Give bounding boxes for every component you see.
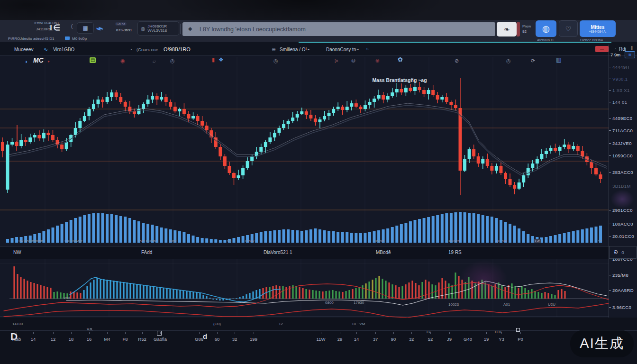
macd-value-label: ~vnX. [62,296,72,300]
volume-overlay-label: Tber Dunste [137,239,157,243]
time-tick [254,332,254,334]
price-axis-label: 283ACC0 [612,170,633,175]
time-tick [53,332,54,334]
chart-annotation: Mass Brantlatsgñg ~ag [359,77,440,83]
phone-number-text: 873-3691 [116,28,132,32]
prew-label: Prew [522,24,531,28]
user-account-button[interactable]: ◍ JH09SO1R WVL3V318 [137,21,179,36]
time-axis-label[interactable]: 12 [51,337,56,342]
symbol-value: Viro1GBO [53,47,74,52]
badge-button[interactable]: ♡ [559,20,578,37]
paren-glyph: ( [71,24,73,29]
time-tick [468,332,468,334]
axis-extra-glyph: VJL [87,327,93,331]
axis-extra-glyph: D.D [495,330,501,334]
panel-header-label[interactable]: NW [13,250,21,255]
price-axis-label: 20AA5RD [612,288,634,293]
time-axis-label[interactable]: Mab [12,337,21,342]
refresh-icon[interactable]: ⟳ [531,58,535,64]
sub-axis-label: 10 ~'2M [352,322,365,326]
time-axis-label[interactable]: Y3 [499,337,504,342]
time-tick [430,332,431,334]
time-axis-label[interactable]: 18 [69,337,74,342]
time-axis-label[interactable]: M4 [104,337,110,342]
price-axis-label: 4409EC0 [612,116,632,121]
red-dot-icon[interactable]: ● [47,60,50,64]
theme-button[interactable]: ❧ [497,22,517,36]
panel-header-label[interactable]: 19 RS [448,250,462,255]
alert-badge[interactable]: — [595,46,609,52]
search-input[interactable] [182,22,495,36]
indicator-panel-header[interactable]: NWFAddDiaVoro521 1MBodē19 RS [0,246,609,259]
time-tick [520,332,521,334]
green-chip-icon[interactable]: ▤ [90,57,96,63]
app-logo[interactable]: 1∈ [49,23,61,33]
grid-icon-button[interactable]: ▦ [77,22,94,34]
interval-label[interactable]: Smiliena / O!~ [280,47,309,52]
chart-type-label[interactable]: DaonnCosy tn~ [326,47,359,52]
glyph-pair-icon[interactable]: ¦⌗ [335,59,338,63]
price-axis-label: 711ACC0 [612,128,633,133]
indicator-panel-buttons[interactable]: Đ o [609,246,637,259]
price-axis-label: V930.1 [612,76,628,82]
grid-icon: ▦ [82,25,88,31]
time-axis-label[interactable]: J9 [447,337,452,342]
slash-circle-icon[interactable]: ⊘ [455,58,459,64]
circle-icon[interactable]: ◎ [273,58,278,64]
panel-button-o[interactable]: o [621,250,624,255]
draw-icon[interactable]: ◗ [25,59,28,64]
at-icon[interactable]: @ [351,59,355,63]
leaf-icon: ❧ [504,25,510,34]
time-axis-label[interactable]: F8 [122,337,127,342]
red-badge-icon[interactable]: ◉ [120,58,125,64]
globe-icon: ◍ [542,23,550,34]
time-axis-label[interactable]: 14 [354,337,359,342]
time-axis-label[interactable]: 29 [337,337,343,342]
time-axis-area[interactable]: D d AI生成 14100(O0)1210 ~'2MMab14121816M4… [0,318,637,364]
price-axis-label: 180ACC0 [612,221,633,227]
interval-d2-marker: d [203,332,207,340]
trading-app-window: « t6WFRR4CUN3 J4110R6 1∈ ( ▦ ⌁ Gn·ha 873… [0,0,637,364]
time-axis-label[interactable]: P0 [518,337,523,342]
time-axis-label[interactable]: R52 [138,337,146,342]
mini-pill: Gn·ha [115,22,127,26]
panel-header-label[interactable]: FAdd [141,250,152,255]
logo-mc[interactable]: MC [33,57,44,64]
panel-header-label[interactable]: DiaVoro521 1 [264,250,292,255]
blue-marker-icon[interactable]: ❖ [218,57,224,63]
panel-header-label[interactable]: MBodē [376,250,391,255]
time-axis-label[interactable]: 11W [317,337,326,342]
time-tick [321,332,321,334]
cta-button[interactable]: Mittes +8844084 A. [580,20,616,37]
time-axis-label[interactable]: 60 [215,337,220,342]
panel-button-d[interactable]: Đ [614,250,618,255]
time-axis-label[interactable]: 52 [428,337,433,342]
time-tick [449,332,450,334]
time-axis-label[interactable]: 16 [87,337,92,342]
flower-icon[interactable]: ✿ [398,56,403,63]
time-axis-label[interactable]: 14 [31,337,36,342]
macd-value-label: U2U [548,302,555,307]
layers-icon[interactable]: ▱ [153,59,156,64]
symbol-name[interactable]: Muceeev [14,47,34,52]
target-icon[interactable]: ◎ [170,58,175,64]
time-axis-label[interactable]: 90 [391,337,396,342]
clock-icon: ◔ [129,47,132,52]
time-axis-label[interactable]: 37 [373,337,378,342]
time-axis-label[interactable]: 19 [484,337,489,342]
window-top-strip [0,0,637,20]
time-axis-label[interactable]: Gaofia [154,337,167,342]
globe-button[interactable]: ◍ [536,20,556,37]
time-axis-label[interactable]: 32 [232,337,237,342]
time-axis-label[interactable]: G40 [464,337,472,342]
circle2-icon[interactable]: ◎ [506,58,511,64]
time-axis-label[interactable]: 32 [409,337,414,342]
time-axis-label[interactable]: 199 [250,337,257,342]
time-tick [160,332,161,334]
red-circle-icon[interactable]: ◉ [375,58,380,63]
user-icon: ◍ [141,26,146,32]
time-axis-label[interactable]: G86 [195,337,203,342]
red-bar-icon[interactable]: ▮ [212,57,215,63]
alert-strip [517,22,520,36]
columns-icon[interactable]: ▥ [556,57,561,63]
